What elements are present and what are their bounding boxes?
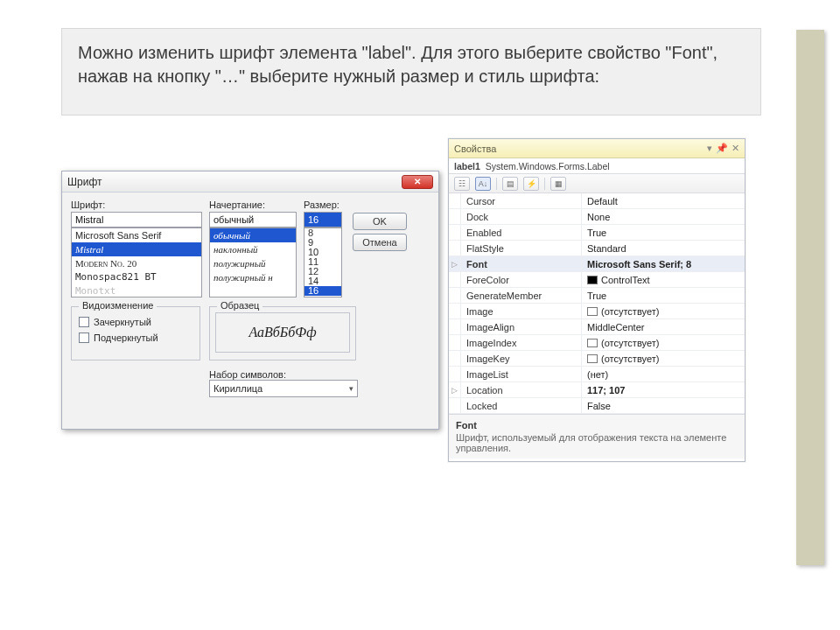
prop-name: Cursor [461,193,582,208]
object-name: label1 [454,161,480,172]
list-item[interactable]: 12 [304,267,341,276]
style-input[interactable]: обычный [209,212,297,228]
list-item[interactable]: наклонный [210,242,296,256]
prop-value[interactable]: True [582,288,745,303]
property-row[interactable]: ▷Location117; 107 [449,382,745,398]
size-listbox[interactable]: 8 9 10 11 12 14 16 [304,228,342,298]
script-row: Набор символов: Кириллица ▾ [209,369,358,397]
style-label: Начертание: [209,200,297,210]
prop-name: ImageKey [461,351,582,366]
prop-value[interactable]: 117; 107 [582,382,745,397]
list-item[interactable]: Mistral [72,242,201,256]
properties-panel: Свойства ▾ 📌 ✕ label1 System.Windows.For… [448,138,746,462]
prop-name: Enabled [461,225,582,240]
sample-legend: Образец [217,300,262,311]
checkbox-icon [79,332,89,343]
property-row[interactable]: EnabledTrue [449,225,745,241]
instruction-box: Можно изменить шрифт элемента "label". Д… [61,28,761,116]
cancel-button[interactable]: Отмена [353,234,407,251]
property-row[interactable]: ImageIndex(отсутствует) [449,335,745,351]
prop-value[interactable]: ControlText [582,272,745,287]
prop-value[interactable]: MiddleCenter [582,319,745,334]
list-item[interactable]: обычный [210,228,296,242]
property-row-font[interactable]: ▷FontMicrosoft Sans Serif; 8 [449,256,745,272]
checkbox-icon [79,317,89,327]
list-item[interactable]: Modern No. 20 [72,256,201,270]
font-input[interactable]: Mistral [71,212,202,228]
font-dialog: Шрифт ✕ Шрифт: Mistral Microsoft Sans Se… [61,171,439,430]
list-item[interactable]: 8 [304,228,341,238]
prop-value[interactable]: Standard [582,241,745,256]
close-icon: ✕ [414,177,421,186]
prop-value[interactable]: (отсутствует) [582,304,745,318]
property-row[interactable]: Image(отсутствует) [449,304,745,319]
dropdown-icon[interactable]: ▾ [707,143,712,154]
prop-value[interactable]: (отсутствует) [582,335,745,350]
size-input[interactable]: 16 [304,212,342,228]
strike-checkbox[interactable]: Зачеркнутый [79,314,192,330]
close-icon[interactable]: ✕ [732,143,739,154]
list-item[interactable]: Monospac821 BT [72,270,201,284]
font-listbox[interactable]: Microsoft Sans Serif Mistral Modern No. … [71,228,202,298]
list-item[interactable]: Monotxt [72,284,201,298]
properties-header[interactable]: Свойства ▾ 📌 ✕ [449,139,745,158]
prop-name: ImageAlign [461,319,582,334]
font-input-text: Mistral [75,214,103,225]
events-button[interactable]: ⚡ [523,177,539,191]
dialog-titlebar: Шрифт ✕ [62,172,438,192]
style-input-text: обычный [214,214,254,225]
property-row[interactable]: ForeColorControlText [449,272,745,288]
list-item[interactable]: 9 [304,238,341,248]
list-item[interactable]: 10 [304,248,341,257]
side-decoration [796,30,824,565]
style-listbox[interactable]: обычный наклонный полужирный полужирный … [209,228,297,298]
underline-checkbox[interactable]: Подчеркнутый [79,330,192,346]
list-item[interactable]: полужирный н [210,270,296,284]
list-item[interactable]: 14 [304,276,341,286]
property-row[interactable]: ImageAlignMiddleCenter [449,319,745,335]
prop-value[interactable]: False [582,398,745,413]
ok-button[interactable]: OK [353,213,407,230]
pin-icon[interactable]: 📌 [716,143,728,154]
prop-value[interactable]: None [582,209,745,224]
property-row[interactable]: ImageKey(отсутствует) [449,351,745,367]
prop-value[interactable]: (нет) [582,367,745,382]
property-row[interactable]: DockNone [449,209,745,225]
divider [496,178,497,190]
props-page-button[interactable]: ▤ [502,177,518,191]
list-item[interactable]: 16 [304,286,341,296]
close-button[interactable]: ✕ [402,175,433,189]
strike-label: Зачеркнутый [94,317,151,327]
property-row[interactable]: LockedFalse [449,398,745,414]
prop-value[interactable]: True [582,225,745,240]
alpha-button[interactable]: A↓ [475,177,491,191]
prop-value[interactable]: (отсутствует) [582,351,745,366]
prop-value[interactable]: Microsoft Sans Serif; 8 [582,256,745,271]
expand-icon[interactable]: ▷ [449,382,461,397]
list-item[interactable]: Microsoft Sans Serif [72,228,201,242]
categorized-button[interactable]: ☷ [454,177,470,191]
sample-group: Образец АаВбБбФф [209,306,356,360]
expand-icon[interactable]: ▷ [449,256,461,271]
sample-col: Образец АаВбБбФф [209,306,356,360]
list-item[interactable]: 11 [304,257,341,267]
description-text: Шрифт, используемый для отображения текс… [456,432,738,453]
instruction-text: Можно изменить шрифт элемента "label". Д… [78,43,718,86]
property-row[interactable]: CursorDefault [449,193,745,209]
object-selector[interactable]: label1 System.Windows.Forms.Label [449,158,745,174]
property-row[interactable]: GenerateMemberTrue [449,288,745,304]
properties-grid: CursorDefault DockNone EnabledTrue FlatS… [449,193,745,414]
extra-button[interactable]: ▦ [550,177,566,191]
list-item[interactable]: полужирный [210,256,296,270]
color-swatch [587,339,598,347]
prop-value[interactable]: Default [582,193,745,208]
property-row[interactable]: ImageList(нет) [449,367,745,382]
script-value: Кириллица [214,383,262,394]
properties-title: Свойства [454,144,496,154]
prop-name: GenerateMember [461,288,582,303]
prop-name: ImageIndex [461,335,582,350]
script-dropdown[interactable]: Кириллица ▾ [209,380,358,397]
chevron-down-icon: ▾ [349,384,354,393]
property-row[interactable]: FlatStyleStandard [449,241,745,256]
prop-name: Image [461,304,582,318]
